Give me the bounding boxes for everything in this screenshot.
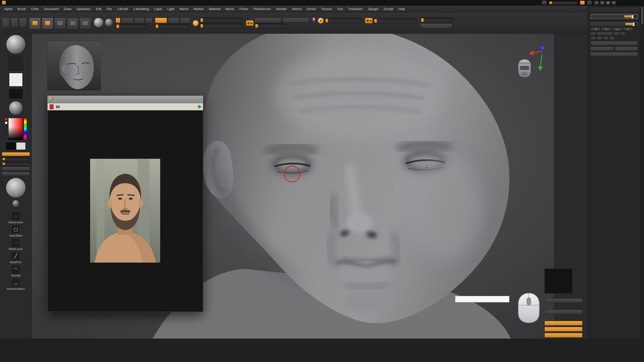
layer-up-button[interactable]: ▲: [612, 27, 622, 31]
texture-on-button[interactable]: [544, 298, 583, 303]
exif-button[interactable]: [56, 106, 61, 108]
menu-item[interactable]: Alpha: [2, 6, 15, 12]
layers-palette-header[interactable]: [589, 7, 639, 12]
live-boolean-button[interactable]: [19, 18, 27, 27]
menu-item[interactable]: Picker: [237, 6, 251, 12]
color-picker[interactable]: [5, 118, 27, 140]
layer-next-button[interactable]: ►: [601, 27, 611, 31]
menus-button[interactable]: [580, 1, 585, 5]
record-deformation-button[interactable]: [590, 52, 638, 57]
menu-item[interactable]: Tool: [334, 6, 345, 12]
photo-window-titlebar[interactable]: [48, 96, 203, 103]
photo-maximize-button[interactable]: [188, 97, 194, 102]
texture-thumbnail[interactable]: [9, 89, 23, 99]
brush-preview-icon[interactable]: [94, 18, 104, 28]
secondary-color-swatch[interactable]: [16, 142, 26, 150]
photo-close-button[interactable]: [195, 97, 201, 102]
script-icon[interactable]: ▤: [594, 1, 599, 5]
active-layer-slider[interactable]: [625, 23, 637, 25]
menu-item[interactable]: Material: [206, 6, 223, 12]
mrgb-button[interactable]: [121, 18, 133, 23]
crease-button[interactable]: [544, 333, 583, 338]
menu-item[interactable]: Zscript: [381, 6, 396, 12]
mdd-speed-button[interactable]: [615, 47, 638, 51]
brush-masklasso[interactable]: ◌ MaskLasso: [9, 239, 23, 250]
material-thumbnail[interactable]: [9, 101, 23, 115]
edit-button[interactable]: [29, 18, 41, 29]
brush-maskpen[interactable]: ╱ MaskPen: [10, 252, 22, 264]
update-notice-button[interactable]: [50, 104, 54, 109]
rotate-button[interactable]: [79, 18, 91, 29]
startup-material-thumbnail[interactable]: [12, 200, 20, 207]
replaylast-button[interactable]: [255, 18, 281, 23]
photo-extra-button[interactable]: [174, 97, 180, 102]
menu-item[interactable]: Edit: [93, 6, 104, 12]
photo-content-area[interactable]: [48, 110, 203, 312]
menu-item[interactable]: File: [104, 6, 114, 12]
active-layer-row[interactable]: [589, 21, 639, 27]
menu-item[interactable]: Document: [41, 6, 61, 12]
layer-down-button[interactable]: ▼: [623, 27, 633, 31]
brush-smooth[interactable]: ◠ Smooth: [11, 265, 21, 277]
current-material-sphere[interactable]: [6, 178, 26, 198]
alpha-thumbnail[interactable]: [9, 73, 23, 86]
maskbyfeature-button[interactable]: [544, 309, 583, 314]
points-meter[interactable]: [312, 18, 315, 28]
swatch-white[interactable]: [5, 121, 8, 124]
menu-item[interactable]: J-Brush: [114, 6, 131, 12]
scale-button[interactable]: [67, 18, 78, 29]
menu-item[interactable]: Brush: [15, 6, 28, 12]
draw-button[interactable]: [42, 18, 53, 29]
grid-icon[interactable]: ▦: [606, 1, 611, 5]
layer-prev-button[interactable]: ◄: [590, 27, 600, 31]
close-button[interactable]: [635, 1, 642, 5]
menu-item[interactable]: Preferences: [251, 6, 273, 12]
menu-item[interactable]: Marker: [191, 6, 206, 12]
replaylastrel-button[interactable]: [282, 18, 309, 23]
menu-item[interactable]: Macro: [177, 6, 191, 12]
saturation-value-square[interactable]: [8, 118, 23, 140]
menu-item[interactable]: Layer: [152, 6, 165, 12]
z-intensity-slider[interactable]: [155, 24, 189, 29]
menu-item[interactable]: Help: [396, 6, 408, 12]
stroke-thumbnail[interactable]: [9, 57, 23, 71]
quicksave-button[interactable]: [542, 1, 547, 5]
field-of-view-slider[interactable]: [374, 18, 418, 23]
panel-icon[interactable]: ▧: [611, 1, 616, 5]
layer-icon-2[interactable]: [597, 36, 602, 40]
brush-selectlasso[interactable]: ◌ SelectLasso: [8, 212, 23, 224]
see-through-slider[interactable]: [549, 1, 578, 5]
rf-slider[interactable]: [2, 162, 30, 166]
menu-item[interactable]: Draw: [61, 6, 74, 12]
pin-button[interactable]: [197, 105, 201, 108]
bake-all-button[interactable]: [590, 41, 638, 46]
import-mdd-button[interactable]: [590, 47, 614, 51]
layer-name-button[interactable]: [597, 32, 613, 35]
zcut-button[interactable]: [180, 18, 190, 23]
material-preview-icon[interactable]: [105, 18, 113, 27]
layer-new-button[interactable]: [590, 32, 596, 35]
move-button[interactable]: [54, 18, 66, 29]
border-button[interactable]: [544, 321, 583, 326]
adjustlast-slider[interactable]: [255, 23, 286, 28]
photo-minimize-button[interactable]: [181, 97, 187, 102]
m-button[interactable]: [145, 18, 152, 23]
scrollbar-thumb[interactable]: [641, 7, 643, 25]
swatch-red[interactable]: [5, 118, 8, 121]
layer-icon-1[interactable]: [590, 36, 596, 40]
focal-shift-slider[interactable]: [200, 18, 243, 23]
maximize-button[interactable]: [627, 1, 633, 5]
objshadow-slider[interactable]: [420, 18, 452, 23]
deepshadow-button[interactable]: [420, 23, 452, 28]
menu-item[interactable]: Color: [28, 6, 41, 12]
groups-button[interactable]: [544, 327, 583, 332]
menu-item[interactable]: Light: [165, 6, 177, 12]
alternate-button[interactable]: [2, 152, 30, 156]
layer-delete-button[interactable]: [620, 32, 625, 35]
texture-preview-thumbnail[interactable]: [544, 268, 573, 294]
hue-bar[interactable]: [24, 118, 27, 140]
menu-item[interactable]: Transform: [345, 6, 365, 12]
current-brush-thumbnail[interactable]: [6, 35, 26, 54]
layer-icon-4[interactable]: [609, 36, 615, 40]
menu-item[interactable]: Texture: [318, 6, 334, 12]
